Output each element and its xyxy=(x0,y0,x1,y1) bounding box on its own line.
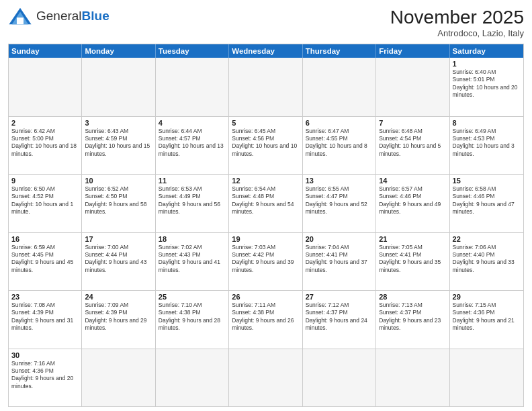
calendar-cell: 18Sunrise: 7:02 AM Sunset: 4:43 PM Dayli… xyxy=(156,233,229,291)
calendar-cell xyxy=(303,349,376,407)
calendar-cell xyxy=(156,349,229,407)
calendar-cell: 19Sunrise: 7:03 AM Sunset: 4:42 PM Dayli… xyxy=(229,233,302,291)
day-info: Sunrise: 7:00 AM Sunset: 4:44 PM Dayligh… xyxy=(85,244,152,275)
day-number: 19 xyxy=(232,235,299,243)
day-info: Sunrise: 7:05 AM Sunset: 4:41 PM Dayligh… xyxy=(379,244,446,275)
day-number: 11 xyxy=(159,177,226,185)
calendar-cell: 4Sunrise: 6:44 AM Sunset: 4:57 PM Daylig… xyxy=(156,117,229,175)
day-info: Sunrise: 6:57 AM Sunset: 4:46 PM Dayligh… xyxy=(379,185,446,216)
calendar-cell xyxy=(450,349,523,407)
calendar-cell: 5Sunrise: 6:45 AM Sunset: 4:56 PM Daylig… xyxy=(229,117,302,175)
day-info: Sunrise: 7:10 AM Sunset: 4:38 PM Dayligh… xyxy=(159,302,226,332)
calendar-cell: 9Sunrise: 6:50 AM Sunset: 4:52 PM Daylig… xyxy=(9,175,82,232)
calendar-cell: 10Sunrise: 6:52 AM Sunset: 4:50 PM Dayli… xyxy=(82,175,155,232)
calendar-cell xyxy=(303,58,376,116)
day-number: 25 xyxy=(159,293,226,301)
calendar-row: 9Sunrise: 6:50 AM Sunset: 4:52 PM Daylig… xyxy=(9,174,523,232)
title-block: November 2025 Antrodoco, Lazio, Italy xyxy=(390,7,524,38)
calendar-cell: 1Sunrise: 6:40 AM Sunset: 5:01 PM Daylig… xyxy=(450,58,523,116)
header-day-wednesday: Wednesday xyxy=(229,44,302,58)
day-info: Sunrise: 6:48 AM Sunset: 4:54 PM Dayligh… xyxy=(379,128,446,158)
day-number: 23 xyxy=(11,293,79,301)
day-number: 10 xyxy=(85,177,152,185)
calendar-row: 16Sunrise: 6:59 AM Sunset: 4:45 PM Dayli… xyxy=(9,232,523,291)
day-number: 7 xyxy=(379,119,446,127)
day-number: 30 xyxy=(11,351,79,359)
day-number: 8 xyxy=(453,119,521,127)
day-number: 24 xyxy=(85,293,152,301)
calendar-cell: 25Sunrise: 7:10 AM Sunset: 4:38 PM Dayli… xyxy=(156,291,229,349)
calendar-cell xyxy=(82,349,155,407)
day-info: Sunrise: 7:06 AM Sunset: 4:40 PM Dayligh… xyxy=(453,244,521,275)
day-info: Sunrise: 7:12 AM Sunset: 4:37 PM Dayligh… xyxy=(306,302,373,332)
calendar-cell: 13Sunrise: 6:55 AM Sunset: 4:47 PM Dayli… xyxy=(303,175,376,232)
header-day-saturday: Saturday xyxy=(450,44,523,58)
calendar-cell: 6Sunrise: 6:47 AM Sunset: 4:55 PM Daylig… xyxy=(303,117,376,175)
day-info: Sunrise: 7:15 AM Sunset: 4:36 PM Dayligh… xyxy=(453,302,521,332)
day-number: 28 xyxy=(379,293,446,301)
day-info: Sunrise: 6:47 AM Sunset: 4:55 PM Dayligh… xyxy=(306,128,373,158)
day-info: Sunrise: 6:55 AM Sunset: 4:47 PM Dayligh… xyxy=(306,185,373,216)
day-number: 2 xyxy=(11,119,79,127)
calendar-header: SundayMondayTuesdayWednesdayThursdayFrid… xyxy=(9,44,523,58)
calendar: SundayMondayTuesdayWednesdayThursdayFrid… xyxy=(8,44,524,407)
day-info: Sunrise: 6:49 AM Sunset: 4:53 PM Dayligh… xyxy=(453,128,521,158)
logo-icon xyxy=(8,7,32,26)
day-info: Sunrise: 6:42 AM Sunset: 5:00 PM Dayligh… xyxy=(11,128,79,158)
day-info: Sunrise: 6:54 AM Sunset: 4:48 PM Dayligh… xyxy=(232,185,299,216)
calendar-cell xyxy=(376,58,449,116)
calendar-cell: 17Sunrise: 7:00 AM Sunset: 4:44 PM Dayli… xyxy=(82,233,155,291)
calendar-cell: 23Sunrise: 7:08 AM Sunset: 4:39 PM Dayli… xyxy=(9,291,82,349)
header-day-monday: Monday xyxy=(82,44,155,58)
calendar-cell: 20Sunrise: 7:04 AM Sunset: 4:41 PM Dayli… xyxy=(303,233,376,291)
day-info: Sunrise: 7:08 AM Sunset: 4:39 PM Dayligh… xyxy=(11,302,79,332)
calendar-row: 23Sunrise: 7:08 AM Sunset: 4:39 PM Dayli… xyxy=(9,290,523,349)
header-day-tuesday: Tuesday xyxy=(156,44,229,58)
calendar-cell: 24Sunrise: 7:09 AM Sunset: 4:39 PM Dayli… xyxy=(82,291,155,349)
day-info: Sunrise: 7:02 AM Sunset: 4:43 PM Dayligh… xyxy=(159,244,226,275)
header-day-thursday: Thursday xyxy=(303,44,376,58)
page: GeneralBlue November 2025 Antrodoco, Laz… xyxy=(0,0,532,411)
logo: GeneralBlue xyxy=(8,7,109,26)
logo-text: GeneralBlue xyxy=(36,9,109,24)
day-number: 22 xyxy=(453,235,521,243)
header-day-friday: Friday xyxy=(376,44,449,58)
calendar-cell: 7Sunrise: 6:48 AM Sunset: 4:54 PM Daylig… xyxy=(376,117,449,175)
day-number: 1 xyxy=(453,60,521,68)
day-number: 12 xyxy=(232,177,299,185)
day-info: Sunrise: 6:50 AM Sunset: 4:52 PM Dayligh… xyxy=(11,185,79,216)
calendar-cell: 2Sunrise: 6:42 AM Sunset: 5:00 PM Daylig… xyxy=(9,117,82,175)
calendar-cell: 16Sunrise: 6:59 AM Sunset: 4:45 PM Dayli… xyxy=(9,233,82,291)
day-number: 3 xyxy=(85,119,152,127)
day-number: 27 xyxy=(306,293,373,301)
calendar-cell: 29Sunrise: 7:15 AM Sunset: 4:36 PM Dayli… xyxy=(450,291,523,349)
calendar-cell: 22Sunrise: 7:06 AM Sunset: 4:40 PM Dayli… xyxy=(450,233,523,291)
day-info: Sunrise: 7:03 AM Sunset: 4:42 PM Dayligh… xyxy=(232,244,299,275)
day-number: 14 xyxy=(379,177,446,185)
day-number: 20 xyxy=(306,235,373,243)
day-info: Sunrise: 6:59 AM Sunset: 4:45 PM Dayligh… xyxy=(11,244,79,275)
calendar-cell: 11Sunrise: 6:53 AM Sunset: 4:49 PM Dayli… xyxy=(156,175,229,232)
header: GeneralBlue November 2025 Antrodoco, Laz… xyxy=(8,7,524,38)
calendar-row: 30Sunrise: 7:16 AM Sunset: 4:36 PM Dayli… xyxy=(9,349,523,407)
calendar-body: 1Sunrise: 6:40 AM Sunset: 5:01 PM Daylig… xyxy=(9,58,523,406)
day-number: 16 xyxy=(11,235,79,243)
svg-rect-2 xyxy=(17,17,24,24)
day-number: 9 xyxy=(11,177,79,185)
calendar-cell xyxy=(229,349,302,407)
calendar-cell: 12Sunrise: 6:54 AM Sunset: 4:48 PM Dayli… xyxy=(229,175,302,232)
day-info: Sunrise: 6:43 AM Sunset: 4:59 PM Dayligh… xyxy=(85,128,152,158)
calendar-cell: 30Sunrise: 7:16 AM Sunset: 4:36 PM Dayli… xyxy=(9,349,82,407)
day-number: 13 xyxy=(306,177,373,185)
day-number: 6 xyxy=(306,119,373,127)
calendar-cell: 14Sunrise: 6:57 AM Sunset: 4:46 PM Dayli… xyxy=(376,175,449,232)
day-info: Sunrise: 7:13 AM Sunset: 4:37 PM Dayligh… xyxy=(379,302,446,332)
subtitle: Antrodoco, Lazio, Italy xyxy=(390,28,524,38)
day-info: Sunrise: 7:09 AM Sunset: 4:39 PM Dayligh… xyxy=(85,302,152,332)
calendar-cell: 21Sunrise: 7:05 AM Sunset: 4:41 PM Dayli… xyxy=(376,233,449,291)
day-info: Sunrise: 6:45 AM Sunset: 4:56 PM Dayligh… xyxy=(232,128,299,158)
calendar-cell xyxy=(229,58,302,116)
day-number: 29 xyxy=(453,293,521,301)
day-info: Sunrise: 7:04 AM Sunset: 4:41 PM Dayligh… xyxy=(306,244,373,275)
calendar-cell xyxy=(82,58,155,116)
